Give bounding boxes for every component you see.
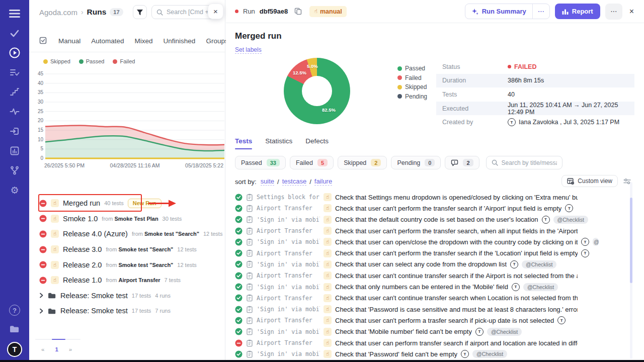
run-from-plan[interactable]: Smoke test "Search" [118,246,173,252]
checklist-tag[interactable]: @Checklist [523,283,558,291]
test-title[interactable]: Check that user can open/close the dropd… [335,238,578,246]
test-title[interactable]: Check that Settings menu dropdown is ope… [335,194,578,201]
test-suite-name[interactable]: Airport Transfer [257,295,320,302]
test-suite-name[interactable]: 'Sign in' via mobile [257,328,320,335]
test-suite-name[interactable]: Airport Transfer [257,250,320,257]
test-row[interactable]: Airport Transfer Check that user can't c… [235,270,635,281]
runs-filter-tab[interactable]: Automated [91,37,124,45]
filter-button[interactable] [133,5,147,19]
sort-link[interactable]: failure [314,177,332,186]
help-icon[interactable]: ? [9,305,20,316]
test-suite-name[interactable]: Settings block for... [257,194,320,201]
sort-link[interactable]: suite [261,177,274,186]
test-row[interactable]: 'Sign in' via mobile Check that 'Passwor… [235,304,635,315]
pagination-next[interactable]: » [69,346,72,352]
run-list-item[interactable]: Release 4.0 (Azure) from Smoke test "Sea… [29,226,225,242]
runs-filter-tab[interactable]: Manual [58,37,80,45]
run-from-plan[interactable]: Airport Transfer [118,277,160,283]
custom-view-button[interactable]: Custom view [561,175,618,187]
test-suite-name[interactable]: 'Sign in' via mobile [257,306,320,313]
test-title[interactable]: Check that user can't perform the transf… [335,205,561,212]
test-title[interactable]: Check that user can't continue transfer … [335,272,578,280]
test-title[interactable]: Check that user can't perform the transf… [335,249,578,257]
milestones-icon[interactable] [8,85,21,99]
test-suite-name[interactable]: 'Sign in' via mobile [257,284,320,291]
run-name[interactable]: Merged run [63,199,100,207]
test-row[interactable]: 'Sign in' via mobile Check that user can… [235,236,635,247]
test-runs-icon[interactable] [8,46,21,59]
test-suite-name[interactable]: 'Sign in' via mobile [257,261,320,268]
run-list-item[interactable]: Release: Smoke test 17 tests 4 runs [29,288,225,304]
test-suite-name[interactable]: Airport Transfer [257,339,320,346]
settings-icon[interactable]: ⚙ [8,184,21,197]
test-suite-name[interactable]: 'Sign in' via mobile [257,238,320,245]
copy-run-id-button[interactable] [293,7,303,16]
test-title[interactable]: Check that user can't continue transfer … [335,294,578,302]
test-row[interactable]: 'Sign in' via mobile Check that only num… [235,281,635,292]
scrollbar-thumb[interactable] [630,198,632,283]
checklist-tag[interactable]: @Checklist [472,350,507,358]
chevron-right-icon[interactable] [39,293,44,298]
test-row[interactable]: Airport Transfer Check that user can't p… [235,225,635,236]
test-row[interactable]: 'Sign in' via mobile Check that user can… [235,259,635,270]
run-name[interactable]: Release: Smoke test [60,292,128,300]
checklist-tag[interactable]: @Checklist [487,328,522,336]
report-button[interactable]: Report [555,4,600,19]
test-row[interactable]: Airport Transfer Check that user can't p… [235,315,635,326]
run-list-item[interactable]: Release: Smoke test 17 tests 7 runs [29,303,225,319]
test-suite-name[interactable]: Airport Transfer [257,317,320,324]
test-row[interactable]: 'Sign in' via mobile Check that the defa… [235,214,635,225]
breadcrumb-project[interactable]: Agoda.com [39,8,77,17]
set-labels-link[interactable]: Set labels [235,46,262,54]
run-from-plan[interactable]: Smoke Test Plan [114,216,158,222]
test-title[interactable]: Check that 'Password' field can't be emp… [335,350,457,358]
test-row[interactable]: 'Sign in' via mobile Check that 'Mobile … [235,326,635,337]
test-title[interactable]: Check that 'Password is case sensitive a… [335,306,578,313]
filter-chip[interactable]: 2 [445,156,479,169]
select-all-icon[interactable] [39,37,48,45]
tests-search-input[interactable] [502,159,557,166]
test-title[interactable]: Check that user can't perform a trasfer … [335,317,554,324]
run-detail-tab[interactable]: Defects [305,137,329,149]
run-list-item[interactable]: Release 3.0 from Smoke test "Search" 12 … [29,242,225,257]
reports-icon[interactable] [8,144,21,157]
filter-chip[interactable]: Skipped 2 [338,156,387,169]
test-row[interactable]: Airport Transfer Check that user can't p… [235,247,635,258]
run-name[interactable]: Release 1.0 [63,276,102,284]
filter-chip[interactable]: Pending 0 [391,156,441,169]
run-name[interactable]: Release 4.0 (Azure) [63,230,128,238]
projects-folder-icon[interactable] [8,322,21,335]
run-list-item[interactable]: Release 1.0 from Airport Transfer 7 test… [29,273,225,288]
run-name[interactable]: Smoke 1.0 [63,215,98,223]
test-title[interactable]: Check that user can select any code from… [335,260,507,268]
run-summary-button[interactable]: Run Summary [465,4,532,19]
test-suite-name[interactable]: 'Sign in' via mobile [257,216,320,223]
run-name[interactable]: Release: Smoke test [60,307,128,315]
defects-icon[interactable] [8,105,21,118]
test-cases-icon[interactable] [8,27,21,40]
checklist-tag[interactable]: @Checklist [522,260,556,268]
test-title[interactable]: Check that only numbers can be entered i… [335,283,508,291]
run-list-item[interactable]: Release 2.0 from Smoke test "Search" 12 … [29,257,225,273]
chevron-right-icon[interactable] [39,308,44,314]
run-detail-tab[interactable]: Statistics [265,137,292,149]
test-title[interactable]: Check that 'Mobile number' field can't b… [335,328,472,335]
test-plans-icon[interactable] [8,66,21,79]
run-from-plan[interactable]: Smoke test "Search" [118,262,173,268]
test-row[interactable]: 'Sign in' via mobile Check that 'Passwor… [235,348,635,359]
test-title[interactable]: Check that user can perform transfer sea… [335,339,578,347]
runs-filter-tab[interactable]: Unfinished [164,37,196,45]
test-row[interactable]: Airport Transfer Check that user can't p… [235,203,635,214]
user-avatar[interactable]: T [7,342,22,357]
checklist-tag[interactable]: @Checklist [593,238,599,246]
test-suite-name[interactable]: Airport Transfer [257,205,320,212]
test-title[interactable]: Check that user can't perform the transf… [335,227,578,235]
test-row[interactable]: Airport Transfer Check that user can per… [235,337,635,348]
filter-chip[interactable]: Passed 33 [235,156,286,169]
test-row[interactable]: Settings block for... Check that Setting… [235,192,635,203]
requirements-icon[interactable] [8,125,21,138]
runs-filter-tab[interactable]: Groups [206,37,228,45]
pagination-prev[interactable]: « [41,346,44,352]
menu-icon[interactable] [8,7,21,20]
filter-chip[interactable]: Failed 5 [290,156,334,169]
